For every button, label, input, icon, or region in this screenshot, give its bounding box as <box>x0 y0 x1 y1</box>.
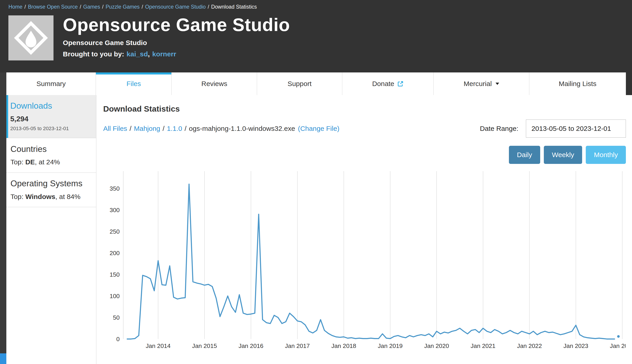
countries-top-suffix: , at 24% <box>35 158 60 166</box>
download-statistics-page: Home / Browse Open Source / Games / Puzz… <box>0 0 632 364</box>
change-file-link[interactable]: (Change File) <box>298 125 339 132</box>
file-path-version-link[interactable]: 1.1.0 <box>167 125 182 132</box>
sidebar-downloads-title: Downloads <box>10 101 91 111</box>
main-content: Download Statistics All Files/Mahjong/1.… <box>96 95 632 364</box>
chevron-down-icon <box>496 82 499 85</box>
maintainer-link-kai-sd[interactable]: kai_sd <box>126 50 148 58</box>
tab-mercurial-label: Mercurial <box>464 80 492 88</box>
countries-top-prefix: Top: <box>11 158 25 166</box>
project-header: Opensource Game Studio Opensource Game S… <box>0 14 632 72</box>
tab-bar: Summary Files Reviews Support Donate Mer… <box>0 72 632 95</box>
tab-files-label: Files <box>126 80 141 88</box>
breadcrumb-separator: / <box>25 4 26 10</box>
breadcrumb-separator: / <box>80 4 81 10</box>
tab-donate-label: Donate <box>372 80 394 88</box>
downloads-total-count: 5,294 <box>10 115 91 123</box>
file-path-separator: / <box>184 125 186 132</box>
file-path-all-files-link[interactable]: All Files <box>103 125 127 132</box>
breadcrumb-separator: / <box>208 4 209 10</box>
breadcrumb-separator: / <box>142 4 143 10</box>
svg-text:Jan 2023: Jan 2023 <box>563 342 588 349</box>
stats-sidebar: Downloads 5,294 2013-05-05 to 2023-12-01… <box>6 95 96 364</box>
svg-text:50: 50 <box>113 314 120 321</box>
breadcrumb-separator: / <box>102 4 103 10</box>
project-logo <box>9 16 54 60</box>
maintainer-link-kornerr[interactable]: kornerr <box>152 50 176 58</box>
tab-reviews-label: Reviews <box>201 80 227 88</box>
svg-text:Jan 2017: Jan 2017 <box>285 342 310 349</box>
file-path-row: All Files/Mahjong/1.1.0/ogs-mahjong-1.1.… <box>103 120 626 138</box>
project-byline: Brought to you by:kai_sd,kornerr <box>63 50 290 58</box>
file-name: ogs-mahjong-1.1.0-windows32.exe <box>189 125 295 132</box>
tab-donate[interactable]: Donate <box>342 72 434 95</box>
project-header-text: Opensource Game Studio Opensource Game S… <box>63 14 290 72</box>
tab-summary-label: Summary <box>37 80 66 88</box>
svg-text:350: 350 <box>110 185 120 192</box>
tab-support[interactable]: Support <box>257 72 342 95</box>
svg-text:Jan 2022: Jan 2022 <box>517 342 542 349</box>
svg-text:Jan 2018: Jan 2018 <box>331 342 356 349</box>
svg-text:150: 150 <box>110 271 120 278</box>
breadcrumb-link-home[interactable]: Home <box>9 4 23 10</box>
date-range-label: Date Range: <box>480 125 518 132</box>
file-path-mahjong-link[interactable]: Mahjong <box>134 125 160 132</box>
date-range-input[interactable] <box>526 120 626 138</box>
svg-text:Jan 2020: Jan 2020 <box>424 342 449 349</box>
weekly-button[interactable]: Weekly <box>544 146 582 164</box>
file-path-separator: / <box>130 125 131 132</box>
svg-text:Jan 2016: Jan 2016 <box>239 342 263 349</box>
tab-support-label: Support <box>288 80 312 88</box>
project-subtitle: Opensource Game Studio <box>63 39 290 47</box>
date-range-group: Date Range: <box>480 120 626 138</box>
file-path-separator: / <box>162 125 164 132</box>
content-area: Downloads 5,294 2013-05-05 to 2023-12-01… <box>6 95 632 364</box>
tab-mercurial[interactable]: Mercurial <box>434 72 529 95</box>
file-breadcrumb: All Files/Mahjong/1.1.0/ogs-mahjong-1.1.… <box>103 125 339 132</box>
corner-widget[interactable] <box>0 353 6 364</box>
daily-button[interactable]: Daily <box>509 146 540 164</box>
os-top-suffix: , at 84% <box>55 193 81 200</box>
breadcrumb: Home / Browse Open Source / Games / Puzz… <box>0 0 632 14</box>
sidebar-item-operating-systems[interactable]: Operating Systems Top: Windows, at 84% <box>6 173 96 207</box>
svg-text:Jan 2024: Jan 2024 <box>610 342 626 349</box>
svg-text:Jan 2015: Jan 2015 <box>192 342 217 349</box>
page-title: Download Statistics <box>103 104 626 114</box>
granularity-buttons: Daily Weekly Monthly <box>103 146 626 164</box>
os-top-stat: Top: Windows, at 84% <box>11 193 91 200</box>
svg-text:Jan 2014: Jan 2014 <box>146 342 171 349</box>
svg-text:250: 250 <box>110 228 120 235</box>
svg-text:200: 200 <box>110 250 120 256</box>
sidebar-countries-title: Countries <box>11 144 91 154</box>
byline-prefix: Brought to you by: <box>63 50 124 58</box>
breadcrumb-link-games[interactable]: Games <box>83 4 100 10</box>
sidebar-item-countries[interactable]: Countries Top: DE, at 24% <box>6 138 96 173</box>
svg-text:Jan 2019: Jan 2019 <box>378 342 403 349</box>
os-top-prefix: Top: <box>11 193 25 200</box>
tab-mailing-lists[interactable]: Mailing Lists <box>529 72 626 95</box>
monthly-button[interactable]: Monthly <box>586 146 626 164</box>
svg-text:Jan 2021: Jan 2021 <box>471 342 496 349</box>
breadcrumb-link-project[interactable]: Opensource Game Studio <box>145 4 205 10</box>
downloads-date-range: 2013-05-05 to 2023-12-01 <box>10 126 91 132</box>
svg-text:300: 300 <box>110 207 120 214</box>
tab-reviews[interactable]: Reviews <box>172 72 257 95</box>
page-background-left-strip <box>0 72 6 364</box>
countries-top-stat: Top: DE, at 24% <box>11 158 91 166</box>
droplet-diamond-icon <box>9 16 54 60</box>
downloads-chart: Jan 2014Jan 2015Jan 2016Jan 2017Jan 2018… <box>103 170 626 353</box>
tab-files[interactable]: Files <box>96 72 172 95</box>
maintainer-separator: , <box>148 50 150 58</box>
breadcrumb-link-puzzle-games[interactable]: Puzzle Games <box>106 4 140 10</box>
svg-text:100: 100 <box>110 293 120 300</box>
tab-bar-filler <box>626 72 632 95</box>
project-title: Opensource Game Studio <box>63 14 290 35</box>
tab-mailing-lists-label: Mailing Lists <box>559 80 596 88</box>
svg-text:0: 0 <box>116 336 120 342</box>
breadcrumb-link-browse-open-source[interactable]: Browse Open Source <box>28 4 78 10</box>
os-top-value: Windows <box>25 193 55 200</box>
external-link-icon <box>397 81 403 87</box>
tab-summary[interactable]: Summary <box>6 72 96 95</box>
breadcrumb-current: Download Statistics <box>211 4 257 10</box>
sidebar-item-downloads[interactable]: Downloads 5,294 2013-05-05 to 2023-12-01 <box>6 95 96 138</box>
countries-top-value: DE <box>25 158 35 166</box>
